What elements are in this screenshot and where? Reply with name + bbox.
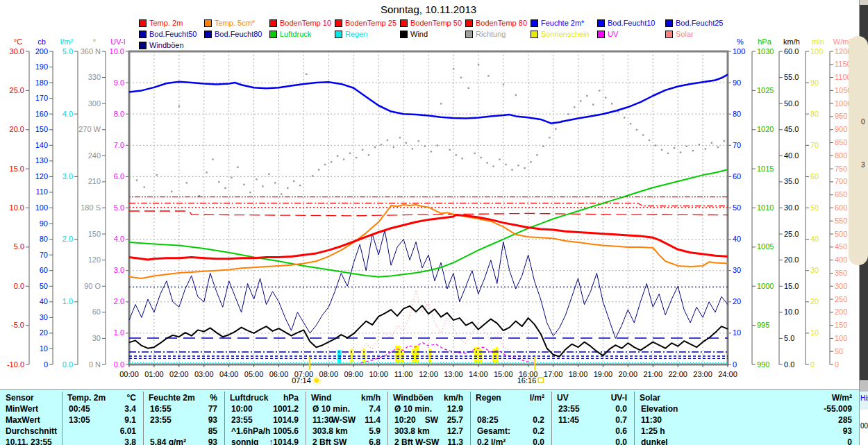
axis-tick-label: 5.0 (62, 47, 73, 56)
x-tick-label: 09:00 (344, 370, 363, 378)
wind-direction-dot (331, 161, 332, 162)
wind-direction-dot (431, 151, 432, 152)
table-cell-value: 3.8 (62, 437, 136, 445)
wind-direction-dot (636, 129, 637, 131)
axis-tick-label: 100 (835, 334, 847, 342)
axis-tick-label: 30 (733, 266, 741, 274)
axis-tick-label: 80 (733, 110, 741, 118)
x-tick-label: 17:00 (544, 370, 563, 378)
axis-tick-label: 50.0 (784, 99, 799, 108)
table-cell-value: 93 (634, 426, 852, 436)
wind-direction-dot (399, 137, 401, 138)
table-cell-value: ↑1014.9 (224, 437, 299, 445)
wind-direction-dot (624, 117, 625, 118)
table-cell-value: 85 (143, 426, 217, 436)
table-cell-value: 1001.2 (224, 404, 299, 414)
wind-direction-dot (655, 144, 656, 146)
axis-tick-label: 10 (810, 328, 819, 337)
x-tick-label: 18:00 (569, 370, 588, 378)
axis-tick-label: 60 (40, 266, 48, 274)
wind-direction-dot (356, 157, 357, 158)
axis-tick-label: 10.0 (10, 203, 24, 212)
column-unit: km/h (387, 393, 463, 403)
axis-tick-label: -5.0 (11, 321, 24, 329)
table-cell-value: 3.4 (62, 404, 136, 414)
clock-digit: 0 (861, 118, 865, 126)
axis-tick-label: 45.0 (784, 125, 799, 133)
axis-tick-label: 10.0 (784, 308, 799, 316)
table-cell-value: 1014.9 (224, 415, 299, 425)
wind-direction-dot (592, 103, 594, 105)
axis-title: ° (93, 37, 96, 46)
sun-icon-ray (319, 383, 320, 384)
table-cell-value: 0.7 (551, 415, 627, 425)
wind-direction-dot (630, 123, 631, 124)
table-cell-value: 0.0 (551, 404, 627, 414)
wind-direction-dot (699, 144, 700, 145)
sonnenschein-bar (398, 346, 401, 364)
x-tick-label: 13:00 (444, 370, 463, 378)
wind-direction-dot (337, 155, 338, 156)
axis-tick-label: 210 (88, 177, 101, 185)
table-cell-value: 77 (143, 404, 217, 414)
axis-tick-label: 160 (35, 110, 48, 118)
axis-tick-label: 50 (810, 203, 819, 212)
axis-title: min (812, 37, 824, 46)
sonnenschein-bar (416, 346, 419, 364)
axis-tick-label: 0 (733, 360, 737, 369)
wind-direction-dot (212, 158, 213, 160)
clock-digit: 3 (861, 161, 865, 169)
wind-direction-dot (362, 149, 363, 151)
row-label: 10.11. 23:55 (6, 437, 52, 445)
axis-tick-label: 90 (810, 78, 819, 87)
table-cell-value: -55.009 (634, 404, 852, 414)
wind-direction-dot (555, 128, 556, 129)
x-tick-label: 22:00 (668, 370, 687, 378)
axis-tick-label: 330 (88, 73, 101, 81)
axis-tick-label: 25.0 (10, 86, 24, 94)
x-tick-label: 24:00 (718, 370, 737, 378)
axis-tick-label: 1025 (757, 86, 774, 94)
axis-tick-label: 500 (835, 230, 847, 238)
wind-direction-dot (274, 182, 276, 183)
wind-direction-dot (549, 137, 550, 138)
axis-tick-label: 850 (835, 138, 847, 146)
x-tick-label: 11:00 (394, 370, 413, 378)
clock-image (849, 36, 868, 265)
table-cell-value: 9.1 (62, 415, 136, 425)
wind-direction-dot (486, 162, 487, 163)
wind-direction-dot (667, 153, 669, 154)
axis-tick-label: 140 (35, 141, 48, 149)
axis-tick-label: 50 (40, 282, 48, 290)
axis-tick-label: 25.0 (784, 230, 799, 238)
axis-tick-label: 70 (733, 141, 741, 149)
table-cell-value: 6.01 (62, 426, 136, 436)
wind-direction-dot (542, 146, 544, 147)
column-unit: % (143, 393, 217, 403)
column-unit: km/h (306, 393, 381, 403)
wind-direction-dot (642, 134, 644, 135)
wind-direction-dot (293, 180, 294, 182)
axis-tick-label: 70 (810, 141, 819, 149)
wind-direction-dot (256, 178, 257, 180)
wind-direction-dot (424, 146, 426, 147)
sun-marker-label: 07:14 (292, 376, 311, 385)
wind-direction-dot (480, 157, 481, 158)
sonnenschein-bar (476, 347, 479, 363)
axis-tick-label: 20.0 (10, 125, 24, 133)
wind-direction-dot (515, 94, 517, 96)
axis-tick-label: 0.0 (14, 282, 24, 290)
axis-tick-label: 1000 (757, 282, 774, 290)
x-tick-label: 10:00 (369, 370, 388, 378)
wind-direction-dot (343, 158, 344, 160)
wind-direction-dot (418, 140, 419, 142)
axis-tick-label: 300 (835, 282, 847, 290)
axis-tick-label: 2.0 (62, 235, 73, 243)
table-cell-value: 7.4 (306, 404, 381, 414)
wind-direction-dot (156, 174, 158, 176)
axis-tick-label: 3.0 (114, 266, 124, 274)
row-label: MinWert (6, 404, 38, 414)
axis-tick-label: 0.0 (62, 360, 73, 369)
table-cell-value: 12.7 (387, 426, 463, 436)
wind-direction-dot (574, 106, 575, 108)
